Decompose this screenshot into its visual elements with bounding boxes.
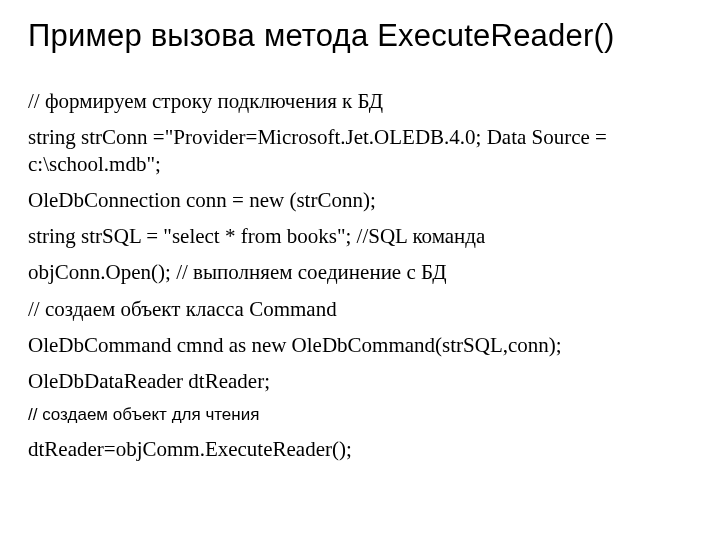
code-line: // создаем объект класса Command — [28, 296, 692, 322]
slide-title: Пример вызова метода ExecuteReader() — [28, 18, 692, 54]
code-line: OleDbCommand cmnd as new OleDbCommand(st… — [28, 332, 692, 358]
code-line: objConn.Open(); // выполняем соединение … — [28, 259, 692, 285]
code-body: // формируем строку подключения к БД str… — [28, 88, 692, 462]
code-line: OleDbConnection conn = new (strConn); — [28, 187, 692, 213]
code-line: OleDbDataReader dtReader; — [28, 368, 692, 394]
slide: Пример вызова метода ExecuteReader() // … — [0, 0, 720, 540]
code-line: string strConn ="Provider=Microsoft.Jet.… — [28, 124, 692, 177]
code-line: string strSQL = "select * from books"; /… — [28, 223, 692, 249]
code-line: // формируем строку подключения к БД — [28, 88, 692, 114]
code-line: dtReader=objComm.ExecuteReader(); — [28, 436, 692, 462]
code-line-small: // создаем объект для чтения — [28, 404, 692, 425]
